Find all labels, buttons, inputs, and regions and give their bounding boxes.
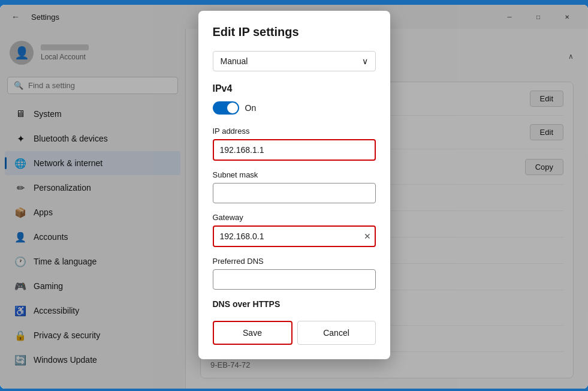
cancel-button[interactable]: Cancel — [297, 321, 376, 345]
preferred-dns-field-group: Preferred DNS — [213, 257, 376, 290]
gateway-input[interactable] — [213, 225, 376, 247]
gateway-label: Gateway — [213, 213, 376, 222]
ip-address-input[interactable] — [213, 139, 376, 161]
subnet-mask-input[interactable] — [213, 183, 376, 203]
chevron-down-icon: ∨ — [362, 56, 368, 66]
ip-mode-dropdown[interactable]: Manual ∨ — [213, 51, 376, 71]
ipv4-toggle[interactable] — [213, 101, 239, 115]
gateway-input-wrapper: ✕ — [213, 225, 376, 247]
dns-https-label: DNS over HTTPS — [213, 299, 376, 309]
ipv4-toggle-row: On — [213, 101, 376, 115]
ipv4-heading: IPv4 — [213, 83, 376, 94]
dropdown-value: Manual — [221, 56, 248, 66]
modal-footer: Save Cancel — [213, 321, 376, 345]
modal-overlay: Edit IP settings Manual ∨ IPv4 On IP add… — [0, 5, 588, 389]
preferred-dns-input[interactable] — [213, 269, 376, 290]
toggle-knob — [227, 103, 238, 113]
toggle-label: On — [245, 103, 257, 113]
ip-address-label: IP address — [213, 127, 376, 136]
modal-title: Edit IP settings — [213, 25, 376, 39]
gateway-field-group: Gateway ✕ — [213, 213, 376, 247]
subnet-mask-label: Subnet mask — [213, 170, 376, 179]
subnet-mask-field-group: Subnet mask — [213, 170, 376, 203]
ip-address-field-group: IP address — [213, 127, 376, 161]
gateway-clear-button[interactable]: ✕ — [364, 231, 371, 241]
settings-window: ← Settings ─ □ ✕ 👤 Local Account 🔍 — [0, 5, 588, 389]
edit-ip-modal: Edit IP settings Manual ∨ IPv4 On IP add… — [198, 11, 390, 359]
preferred-dns-label: Preferred DNS — [213, 257, 376, 266]
save-button[interactable]: Save — [213, 321, 293, 345]
